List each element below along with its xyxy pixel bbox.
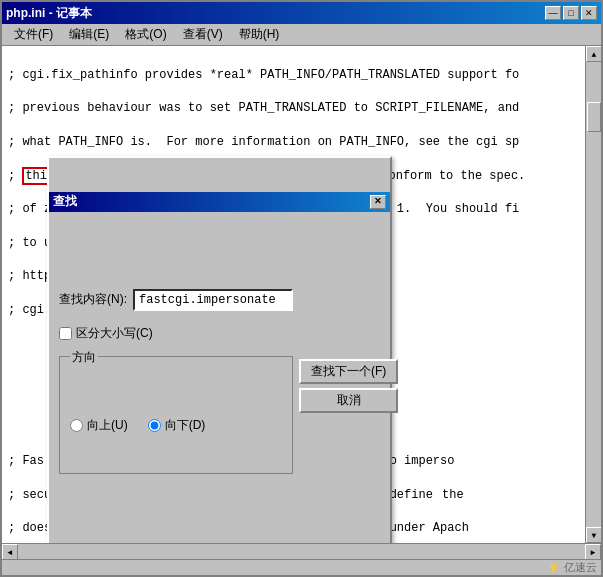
scroll-thumb[interactable] [587, 102, 601, 132]
find-dialog: 查找 ✕ 查找内容(N): 区分大小写(C) 方向 [47, 156, 392, 543]
menu-view[interactable]: 查看(V) [175, 24, 231, 45]
status-bar: ⚡ 亿速云 [2, 559, 601, 575]
vertical-scrollbar[interactable]: ▲ ▼ [585, 46, 601, 543]
menu-format[interactable]: 格式(O) [117, 24, 174, 45]
scroll-left-button[interactable]: ◄ [2, 544, 18, 560]
text-line-2: ; previous behaviour was to set PATH_TRA… [8, 100, 579, 117]
find-next-button[interactable]: 查找下一个(F) [299, 359, 398, 384]
scroll-up-button[interactable]: ▲ [586, 46, 601, 62]
menu-file[interactable]: 文件(F) [6, 24, 61, 45]
title-bar: php.ini - 记事本 — □ ✕ [2, 2, 601, 24]
scroll-right-button[interactable]: ► [585, 544, 601, 560]
find-dialog-close-button[interactable]: ✕ [370, 195, 386, 209]
content-area: ; cgi.fix_pathinfo provides *real* PATH_… [2, 46, 601, 543]
case-sensitive-label: 区分大小写(C) [76, 325, 153, 342]
watermark-text: ⚡ 亿速云 [547, 560, 597, 575]
find-search-input[interactable] [133, 289, 293, 311]
radio-up-label: 向上(U) [70, 417, 128, 434]
menu-edit[interactable]: 编辑(E) [61, 24, 117, 45]
case-sensitive-row: 区分大小写(C) [59, 325, 153, 342]
maximize-button[interactable]: □ [563, 6, 579, 20]
find-dialog-title: 查找 ✕ [49, 192, 390, 212]
radio-row: 向上(U) 向下(D) [70, 417, 282, 434]
find-label: 查找内容(N): [59, 291, 127, 308]
find-dialog-body: 查找内容(N): 区分大小写(C) 方向 向上(U) [49, 245, 390, 534]
text-line-3: ; what PATH_INFO is. For more informatio… [8, 134, 579, 151]
radio-down[interactable] [148, 419, 161, 432]
scroll-h-track[interactable] [18, 544, 585, 559]
text-editor[interactable]: ; cgi.fix_pathinfo provides *real* PATH_… [2, 46, 585, 543]
horizontal-scrollbar[interactable]: ◄ ► [2, 543, 601, 559]
direction-legend: 方向 [70, 349, 98, 366]
title-bar-buttons: — □ ✕ [545, 6, 597, 20]
radio-up[interactable] [70, 419, 83, 432]
main-window: php.ini - 记事本 — □ ✕ 文件(F) 编辑(E) 格式(O) 查看… [0, 0, 603, 577]
scroll-track[interactable] [586, 62, 601, 527]
radio-down-label: 向下(D) [148, 417, 206, 434]
menu-help[interactable]: 帮助(H) [231, 24, 288, 45]
direction-group: 方向 向上(U) 向下(D) [59, 356, 293, 475]
case-sensitive-checkbox[interactable] [59, 327, 72, 340]
find-dialog-title-text: 查找 [53, 193, 77, 210]
scroll-down-button[interactable]: ▼ [586, 527, 601, 543]
minimize-button[interactable]: — [545, 6, 561, 20]
cancel-button[interactable]: 取消 [299, 388, 398, 413]
window-title: php.ini - 记事本 [6, 5, 92, 22]
close-button[interactable]: ✕ [581, 6, 597, 20]
dialog-buttons: 查找下一个(F) 取消 [299, 359, 398, 413]
menu-bar: 文件(F) 编辑(E) 格式(O) 查看(V) 帮助(H) [2, 24, 601, 46]
find-input-row: 查找内容(N): [59, 289, 293, 311]
text-line-1: ; cgi.fix_pathinfo provides *real* PATH_… [8, 67, 579, 84]
